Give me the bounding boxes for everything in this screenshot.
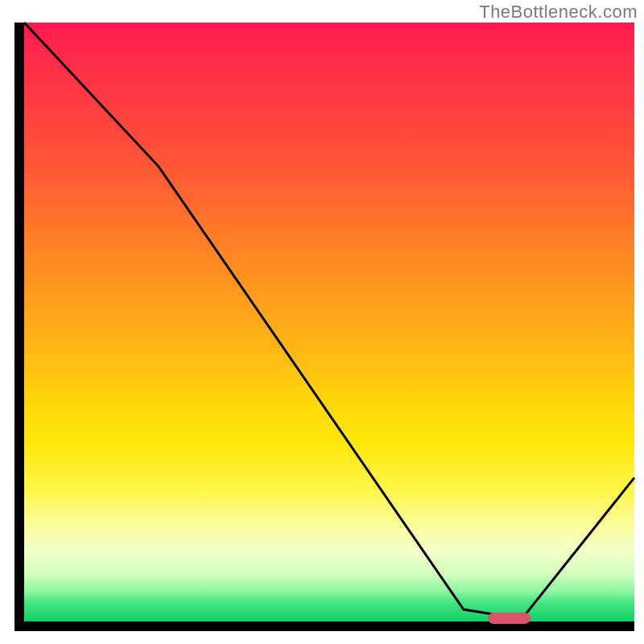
- optimal-marker: [488, 613, 530, 624]
- attribution-text: TheBottleneck.com: [479, 2, 638, 23]
- chart-plot-area: [14, 23, 634, 631]
- bottleneck-curve: [24, 23, 634, 621]
- curve-path: [24, 23, 634, 616]
